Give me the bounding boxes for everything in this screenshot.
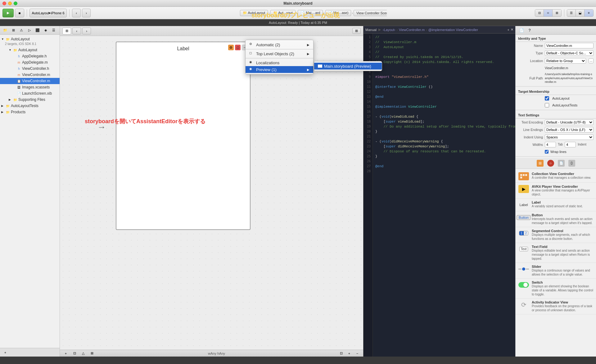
nav-search-icon[interactable]: ⊞ xyxy=(10,27,17,34)
bc-impl[interactable]: @implementation ViewController xyxy=(428,28,478,32)
location-choose-btn[interactable]: … xyxy=(589,58,594,63)
tree-main-storyboard[interactable]: ▶ 📋 ViewController.m xyxy=(0,78,60,84)
tab-width-input[interactable] xyxy=(545,142,556,147)
device-name: iPhone 6 xyxy=(51,11,64,15)
bc-autlayout2[interactable]: 📁 Aut...yout xyxy=(270,10,296,16)
sep2 xyxy=(69,9,70,17)
wrap-lines-check[interactable] xyxy=(545,150,549,154)
align-btn[interactable]: ⊡ xyxy=(71,350,78,357)
ib-mode-btn2[interactable]: ‹ xyxy=(72,28,81,34)
scheme-selector[interactable]: AutoLayout ▸ iPhone 6 xyxy=(29,9,67,17)
tree-vc-h[interactable]: ▶ h ViewController.h xyxy=(0,65,60,72)
ib-btn-red[interactable]: ◻ xyxy=(235,45,241,50)
tree-launchscreen[interactable]: ▶ 📄 LaunchScreen.xib xyxy=(0,90,60,97)
close-pane-btn[interactable]: ✕ xyxy=(511,28,513,32)
tree-images[interactable]: ▶ 🖼 Images.xcassets xyxy=(0,84,60,90)
menu-toplevel[interactable]: ◻ Top Level Objects (2) ▶ xyxy=(246,50,313,57)
lib-vc-icon[interactable]: ⊞ xyxy=(537,160,544,167)
indent-select[interactable]: Spaces xyxy=(545,134,594,140)
zoom-in-btn[interactable]: + xyxy=(346,350,353,357)
forward-button[interactable]: › xyxy=(82,9,91,17)
lib-snippet-icon[interactable]: {} xyxy=(568,160,575,167)
nav-debug-icon[interactable]: ⬛ xyxy=(34,27,41,34)
assistant-menu[interactable]: ⚙ Automatic (2) ▶ ◻ Top Level Objects (2… xyxy=(245,40,314,74)
line-endings-select[interactable]: Default - OS X / Unix (LF) xyxy=(545,127,594,133)
zoom-fit-btn[interactable]: ⊡ xyxy=(338,350,345,357)
frame-buttons: ⚙ ◻ ↔ xyxy=(228,45,247,50)
standard-editor-btn[interactable]: ⊟ xyxy=(535,10,544,16)
add-file-button[interactable]: + xyxy=(2,349,9,356)
back-button[interactable]: ‹ xyxy=(72,9,81,17)
code-line-17: - (void)viewDidLoad { xyxy=(375,114,513,119)
version-editor-btn[interactable]: ⊞ xyxy=(553,10,561,16)
encoding-select[interactable]: Default - Unicode (UTF-8) xyxy=(545,119,594,125)
menu-preview[interactable]: ◉ Preview (1) ▶ xyxy=(246,66,313,73)
localizations-label: Localizations xyxy=(256,61,279,65)
status-text: AutoLayout: Ready | Today at 6:35 PM xyxy=(269,21,327,25)
bc-main-ard[interactable]: 📄 Mai....ard xyxy=(298,10,323,16)
nav-breakpoint-icon[interactable]: ◈ xyxy=(42,27,49,34)
nav-log-icon[interactable]: ☰ xyxy=(50,27,57,34)
nav-test-icon[interactable]: ▷ xyxy=(26,27,33,34)
stop-button[interactable]: ■ xyxy=(15,9,24,17)
tree-vc-m[interactable]: ▶ m ViewController.m xyxy=(0,72,60,78)
add-file-btn[interactable]: + xyxy=(508,28,509,32)
target-tests-check[interactable] xyxy=(545,103,549,107)
lib-slider-desc: Displays a continuous range of values an… xyxy=(532,268,594,276)
lib-switch-title: Switch xyxy=(532,281,594,284)
lib-file-icon[interactable]: 📄 xyxy=(558,160,565,167)
bc-layout[interactable]: ‹Layout› xyxy=(383,28,395,32)
size-info: wAny hAny xyxy=(208,352,225,355)
tree-autolayout-group[interactable]: ▼ 📁 AutoLayout xyxy=(0,47,60,53)
resize-mode-btn[interactable]: ⊞ xyxy=(88,350,95,357)
left-panel-toggle[interactable]: ☰ xyxy=(567,10,576,16)
bc-vc-scene[interactable]: View Controller Scene xyxy=(354,10,387,16)
type-select[interactable]: Default - Objective-C So... xyxy=(545,50,594,56)
tree-appdelegate-h[interactable]: ▶ h AppDelegate.h xyxy=(0,53,60,59)
ib-mode-btn3[interactable]: › xyxy=(82,28,91,34)
submenu-main-storyboard[interactable]: Main.storyboard (Preview) xyxy=(314,63,382,70)
lib-obj-icon[interactable]: ○ xyxy=(547,160,554,167)
ib-btn-orange[interactable]: ⚙ xyxy=(228,45,234,50)
tree-autolayouttests[interactable]: ▶ 📁 AutoLayoutTests xyxy=(0,103,60,109)
ib-mode-btn1[interactable]: ⊞ xyxy=(62,28,71,34)
tree-products[interactable]: ▶ 📁 Products xyxy=(0,109,60,115)
right-panel-toggle[interactable]: ≡ xyxy=(585,10,593,16)
menu-localizations[interactable]: ◉ Localizations xyxy=(246,59,313,66)
debug-panel-toggle[interactable]: ⬓ xyxy=(576,10,585,16)
maximize-button[interactable] xyxy=(14,2,17,5)
close-button[interactable] xyxy=(2,2,6,5)
minimize-button[interactable] xyxy=(8,2,12,5)
quick-help-tab[interactable]: ? xyxy=(526,27,533,34)
name-input[interactable] xyxy=(545,43,594,48)
target-autolayout-check[interactable] xyxy=(545,96,549,101)
bc-main-ase[interactable]: 📄 Mai...ase) xyxy=(325,10,351,16)
indent-width-input[interactable] xyxy=(565,142,576,147)
nav-folder-icon[interactable]: 📁 xyxy=(2,27,9,34)
nav-warning-icon[interactable]: ⚠ xyxy=(18,27,25,34)
zoom-out-btn[interactable]: − xyxy=(354,350,361,357)
issues-btn[interactable]: △ xyxy=(80,350,87,357)
zoom-selector[interactable]: ⊞ xyxy=(352,28,361,34)
code-line-12 xyxy=(375,89,513,94)
manual-label[interactable]: Manual xyxy=(365,28,377,32)
tree-appdelegate-m[interactable]: ▶ m AppDelegate.m xyxy=(0,59,60,65)
run-button[interactable]: ▶ xyxy=(2,9,14,17)
code-area[interactable]: // // ViewController.m // AutoLayout // … xyxy=(373,34,515,357)
file-inspector-tab[interactable]: 📄 xyxy=(518,27,525,34)
add-constraint-btn[interactable]: + xyxy=(62,350,69,357)
location-select[interactable]: Relative to Group xyxy=(545,58,586,64)
bc-vcm[interactable]: ViewController.m xyxy=(399,28,425,32)
code-line-14 xyxy=(375,99,513,104)
tree-supporting-files[interactable]: ▶ 📁 Supporting Files xyxy=(0,97,60,103)
bc-autolayout[interactable]: 📁 AutoLayout xyxy=(240,10,268,16)
preview-submenu[interactable]: Main.storyboard (Preview) xyxy=(314,61,382,71)
lib-item-avkit: ▶ AVKit Player View Controller A view co… xyxy=(516,183,596,199)
wrap-label: Wrap lines xyxy=(550,150,567,154)
avkit-icon: ▶ xyxy=(518,185,529,193)
tree-root[interactable]: ▼ 📁 AutoLayout xyxy=(0,36,60,42)
automatic-icon: ⚙ xyxy=(249,42,254,47)
assistant-editor-btn[interactable]: ‹› xyxy=(544,10,553,16)
menu-automatic[interactable]: ⚙ Automatic (2) ▶ xyxy=(246,41,313,48)
toolbar-separator xyxy=(27,9,27,17)
